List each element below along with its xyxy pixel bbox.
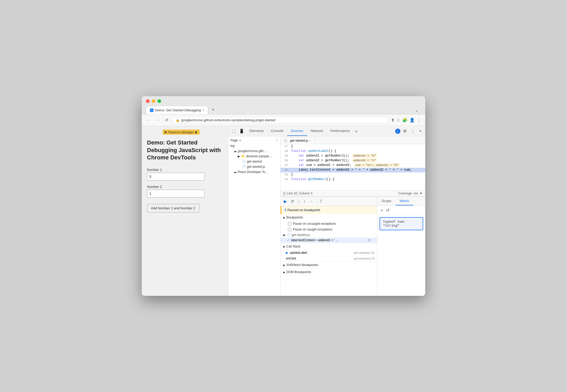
tree-devtools-label: devtools-sample…: [246, 154, 272, 158]
devtools-tabs: Elements Console Sources Network Perform…: [246, 126, 395, 136]
tree-get-started-js[interactable]: 📄 get-started.js: [228, 164, 280, 169]
code-line-31: 31 var sum = addend1 + addend2; sum = "5…: [281, 163, 425, 168]
inspect-element-button[interactable]: ⬚: [230, 128, 237, 135]
step-out-button[interactable]: ↑: [302, 199, 307, 204]
devtools-more-button[interactable]: ⋮: [409, 128, 417, 135]
tree-get-started[interactable]: 📄 get-started: [228, 159, 280, 164]
deactivate-breakpoints-button[interactable]: ⤴: [319, 199, 323, 204]
notification-badge: 1: [395, 129, 400, 134]
new-tab-button[interactable]: +: [209, 106, 217, 114]
tree-devtools-sample[interactable]: ▶ 📁 devtools-sample…: [228, 154, 280, 159]
bp-file-icon: 📄: [287, 233, 291, 237]
pause-uncaught-checkbox[interactable]: [288, 222, 291, 226]
breakpoints-header[interactable]: ▶ Breakpoints: [281, 214, 377, 221]
file-yellow-icon: 📄: [242, 165, 246, 169]
share-icon[interactable]: ⬆: [391, 118, 394, 123]
number1-label: Number 1: [147, 168, 223, 172]
forward-button[interactable]: →: [155, 117, 161, 123]
code-area: ◁ get-started.js × 27 }: [281, 136, 425, 296]
file-tree-more[interactable]: »: [239, 139, 241, 142]
step-over-button[interactable]: ↺: [290, 198, 295, 204]
dom-breakpoints-section: ▶ DOM Breakpoints: [281, 269, 377, 276]
status-coverage-icon[interactable]: ▼: [419, 192, 423, 195]
status-line-col: Line 32, Column 3: [287, 192, 312, 195]
dom-arrow: ▶: [283, 271, 285, 274]
code-statusbar: {} Line 32, Column 3 Coverage: n/a ▼: [281, 190, 425, 197]
device-toggle-button[interactable]: 📱: [237, 128, 246, 135]
tree-top[interactable]: top: [228, 143, 280, 148]
code-tab-toggle[interactable]: ◁: [283, 139, 287, 142]
code-line-30: 30 var addend2 = getNumber2(); addend2 =…: [281, 158, 425, 163]
code-file-tab[interactable]: get-started.js ×: [287, 137, 314, 143]
call-stack-loc-0: get-started.js:32: [354, 251, 375, 254]
tab-performance[interactable]: Performance: [327, 126, 353, 136]
tree-react-devtools[interactable]: ☁ React Developer To…: [228, 169, 280, 175]
number2-input[interactable]: [147, 190, 205, 198]
call-stack-item-1[interactable]: onClick get-started.js:19: [281, 256, 377, 261]
address-input[interactable]: 🔒 googlechrome.github.io/devtools-sample…: [172, 117, 388, 124]
tab-overflow-button[interactable]: ⌄: [412, 106, 421, 114]
tree-react-label: React Developer To…: [238, 170, 268, 174]
tab-elements[interactable]: Elements: [246, 126, 267, 136]
call-stack-header[interactable]: ▶ Call Stack: [281, 243, 377, 250]
settings-button[interactable]: ⚙: [401, 128, 408, 135]
refresh-button[interactable]: ↺: [164, 117, 169, 123]
tree-googlechrome-label: googlechrome.gith…: [238, 149, 267, 153]
xhr-breakpoints-header[interactable]: ▶ XHR/fetch Breakpoints: [281, 262, 377, 268]
add-numbers-button[interactable]: Add Number 1 and Number 2: [147, 204, 199, 212]
file-tree-menu[interactable]: ⋮: [275, 139, 278, 142]
tab-favicon: 🌐: [150, 108, 154, 112]
tree-get-started-label: get-started: [247, 160, 262, 163]
scope-tab[interactable]: Scope: [377, 197, 395, 205]
browser-tab-active[interactable]: 🌐 Demo: Get Started Debugging ×: [146, 106, 208, 114]
more-tabs-button[interactable]: »: [354, 127, 359, 136]
watch-tab[interactable]: Watch: [395, 197, 413, 205]
tab-sources[interactable]: Sources: [287, 126, 307, 136]
call-stack-fn-1: onClick: [286, 257, 296, 260]
browser-window: 🌐 Demo: Get Started Debugging × + ⌄ ← → …: [142, 96, 425, 296]
tab-title: Demo: Get Started Debugging: [155, 108, 201, 112]
maximize-traffic-light[interactable]: [157, 99, 161, 103]
call-stack-item-0[interactable]: ▶ updateLabel get-started.js:32: [281, 250, 377, 256]
extensions-icon[interactable]: 🧩: [402, 118, 407, 123]
page-label: Page: [230, 139, 238, 142]
pause-caught-checkbox[interactable]: [288, 228, 291, 231]
devtools-toolbar-right: 1 ⚙ ⋮ ×: [395, 128, 423, 135]
tab-network[interactable]: Network: [307, 126, 327, 136]
code-editor[interactable]: 27 } 28 function updateLabel() { 29 var …: [281, 144, 425, 190]
file-tree-panel: Page » ⋮ top ☁ googlechrome.gith… ▶ 📁: [228, 136, 281, 296]
bookmark-icon[interactable]: ☆: [396, 118, 400, 123]
tree-googlechrome[interactable]: ☁ googlechrome.gith…: [228, 148, 280, 154]
back-button[interactable]: ←: [146, 117, 152, 123]
bp-checkbox-checked[interactable]: ✓: [287, 238, 290, 242]
address-bar: ← → ↺ 🔒 googlechrome.github.io/devtools-…: [142, 114, 425, 126]
refresh-watch-button[interactable]: ↺: [385, 207, 390, 213]
minimize-traffic-light[interactable]: [152, 99, 155, 103]
folder-icon-devtools: 📁: [241, 154, 245, 158]
number1-input[interactable]: [147, 173, 205, 181]
debugger-right: Scope Watch + ↺ typeof sum: "string": [377, 197, 425, 296]
resume-button[interactable]: ▶: [283, 198, 288, 204]
code-file-name: get-started.js: [290, 139, 308, 142]
form-group-number1: Number 1: [147, 168, 223, 181]
tab-close-button[interactable]: ×: [202, 108, 204, 112]
dom-breakpoints-header[interactable]: ▶ DOM Breakpoints: [281, 269, 377, 275]
tab-console[interactable]: Console: [267, 126, 287, 136]
profile-icon[interactable]: 👤: [410, 118, 415, 123]
info-icon: ℹ: [285, 208, 286, 212]
cloud-icon-1: ☁: [234, 149, 237, 153]
step-button[interactable]: →: [308, 199, 314, 204]
paused-message: Paused on breakpoint: [287, 208, 320, 212]
step-into-button[interactable]: ↓: [297, 199, 301, 204]
call-stack-fn-0: updateLabel: [290, 251, 307, 255]
call-stack-icon-0: ▶: [286, 251, 288, 255]
webpage-content: Demo: Get Started Debugging JavaScript w…: [142, 126, 228, 218]
code-tab-close[interactable]: ×: [309, 139, 311, 142]
more-icon[interactable]: ⋮: [417, 118, 421, 123]
close-traffic-light[interactable]: [146, 99, 150, 103]
code-line-27: 27 }: [281, 144, 425, 149]
bp-item-text: label.textContent = addend1 + ' …: [291, 238, 339, 242]
paused-badge: ▶ Paused in debugger ⏺: [163, 130, 200, 135]
add-watch-button[interactable]: +: [380, 207, 383, 213]
devtools-close-button[interactable]: ×: [418, 128, 423, 135]
